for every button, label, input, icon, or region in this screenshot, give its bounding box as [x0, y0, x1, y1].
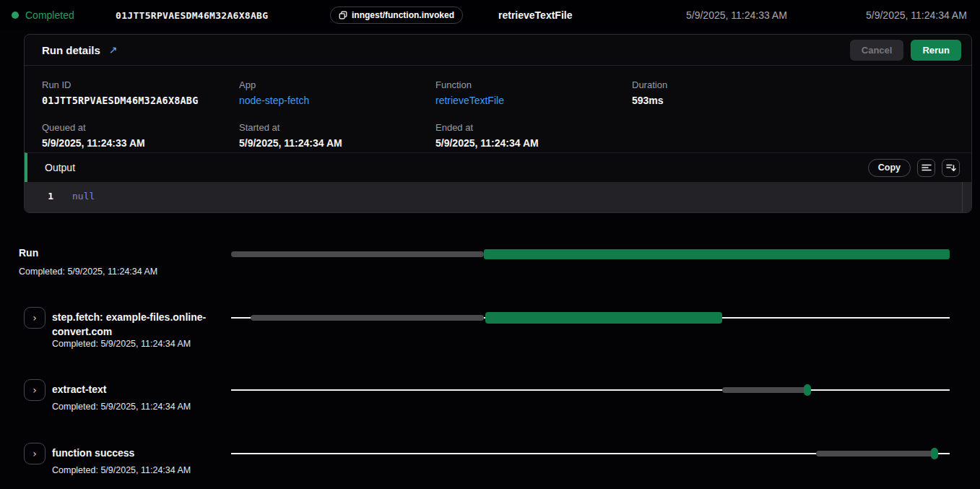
output-code-viewer: 1 null	[25, 182, 971, 213]
event-trigger-label: inngest/function.invoked	[352, 10, 454, 20]
field-label: Queued at	[42, 122, 239, 133]
field-run-id: Run ID 01JTT5RPVAESDM46M32A6X8ABG	[42, 79, 239, 110]
expand-extract-text-button[interactable]: ›	[24, 379, 45, 401]
topbar-run-id: 01JTT5RPVAESDM46M32A6X8ABG	[116, 10, 268, 21]
header-actions: Cancel Rerun	[850, 40, 961, 61]
field-ended-at: Ended at 5/9/2025, 11:24:34 AM	[435, 122, 632, 152]
expand-step-fetch-button[interactable]: ›	[24, 307, 45, 329]
trace-row-step-fetch-label: step.fetch: example-files.online-convert…	[52, 310, 225, 339]
bar-pending-segment	[251, 315, 484, 321]
copy-icon	[339, 11, 347, 20]
trace-row-extract-text-label: extract-text	[52, 382, 106, 397]
text-lines-icon	[922, 163, 932, 173]
code-token-null: null	[72, 191, 95, 202]
field-queued-at: Queued at 5/9/2025, 11:24:33 AM	[42, 122, 239, 152]
trace-row-run-label: Run	[19, 246, 38, 260]
trace-row-function-success-label: function success	[52, 446, 134, 460]
cancel-button[interactable]: Cancel	[850, 40, 904, 61]
run-metadata-grid: Run ID 01JTT5RPVAESDM46M32A6X8ABG App no…	[25, 66, 971, 152]
field-label: Ended at	[435, 122, 632, 133]
field-label: Duration	[632, 79, 954, 90]
topbar-queued-timestamp: 5/9/2025, 11:24:33 AM	[686, 9, 787, 21]
field-value-queued-at: 5/9/2025, 11:24:33 AM	[42, 137, 239, 149]
field-label: Started at	[239, 122, 435, 133]
lines-arrow-down-icon	[946, 163, 956, 173]
field-function: Function retrieveTextFile	[435, 79, 632, 110]
run-details-card: Run details ↗ Cancel Rerun Run ID 01JTT5…	[24, 34, 972, 213]
bar-pending-segment	[722, 387, 807, 393]
inngest-run-detail-page: Completed 01JTT5RPVAESDM46M32A6X8ABG inn…	[0, 0, 980, 489]
field-app: App node-step-fetch	[239, 79, 435, 110]
expand-function-success-button[interactable]: ›	[24, 443, 45, 464]
app-link[interactable]: node-step-fetch	[239, 95, 435, 106]
bar-pending-segment	[231, 251, 484, 257]
field-started-at: Started at 5/9/2025, 11:24:34 AM	[239, 122, 435, 152]
topbar-function-name: retrieveTextFile	[498, 9, 572, 21]
run-details-header: Run details ↗ Cancel Rerun	[25, 35, 971, 66]
rerun-button[interactable]: Rerun	[911, 40, 961, 61]
field-value-run-id: 01JTT5RPVAESDM46M32A6X8ABG	[42, 95, 239, 106]
card-title: Run details	[42, 44, 100, 56]
trace-row-extract-text-completed: Completed: 5/9/2025, 11:24:34 AM	[52, 402, 191, 412]
field-value-started-at: 5/9/2025, 11:24:34 AM	[239, 137, 435, 149]
field-value-ended-at: 5/9/2025, 11:24:34 AM	[435, 137, 632, 149]
topbar-started-timestamp: 5/9/2025, 11:24:34 AM	[866, 9, 967, 21]
run-status-badge: Completed	[12, 9, 74, 21]
field-value-duration: 593ms	[632, 95, 954, 106]
trace-row-function-success-bar[interactable]	[231, 447, 950, 460]
trace-row-step-fetch-completed: Completed: 5/9/2025, 11:24:34 AM	[52, 339, 191, 349]
output-actions: Copy	[868, 159, 960, 177]
bar-active-segment	[484, 249, 950, 259]
bar-active-segment	[931, 448, 938, 459]
trace-row-run-completed: Completed: 5/9/2025, 11:24:34 AM	[19, 267, 157, 277]
expand-output-button[interactable]	[942, 159, 960, 177]
event-trigger-badge[interactable]: inngest/function.invoked	[330, 7, 463, 24]
copy-output-button[interactable]: Copy	[868, 159, 911, 177]
run-status-label: Completed	[25, 9, 74, 21]
external-link-icon[interactable]: ↗	[109, 44, 118, 56]
trace-row-function-success-completed: Completed: 5/9/2025, 11:24:34 AM	[52, 465, 191, 475]
trace-row-step-fetch-bar[interactable]	[231, 311, 950, 324]
trace-row-run-bar[interactable]	[231, 248, 950, 261]
status-dot-icon	[12, 12, 19, 19]
code-line: 1 null	[25, 191, 95, 202]
field-label: Function	[435, 79, 632, 90]
word-wrap-button[interactable]	[917, 159, 935, 177]
topbar: Completed 01JTT5RPVAESDM46M32A6X8ABG inn…	[0, 0, 980, 30]
code-scrollbar[interactable]	[962, 182, 971, 213]
output-section-header: Output Copy	[25, 152, 971, 182]
bar-pending-segment	[816, 451, 935, 456]
bar-baseline	[231, 389, 950, 391]
field-label: Run ID	[42, 79, 239, 90]
function-link[interactable]: retrieveTextFile	[435, 95, 632, 106]
line-number: 1	[25, 191, 53, 202]
output-title: Output	[45, 162, 75, 173]
field-duration: Duration 593ms	[632, 79, 954, 110]
trace-row-extract-text-bar[interactable]	[231, 384, 950, 397]
field-label: App	[239, 79, 435, 90]
bar-active-segment	[804, 384, 811, 396]
bar-active-segment	[485, 312, 721, 324]
